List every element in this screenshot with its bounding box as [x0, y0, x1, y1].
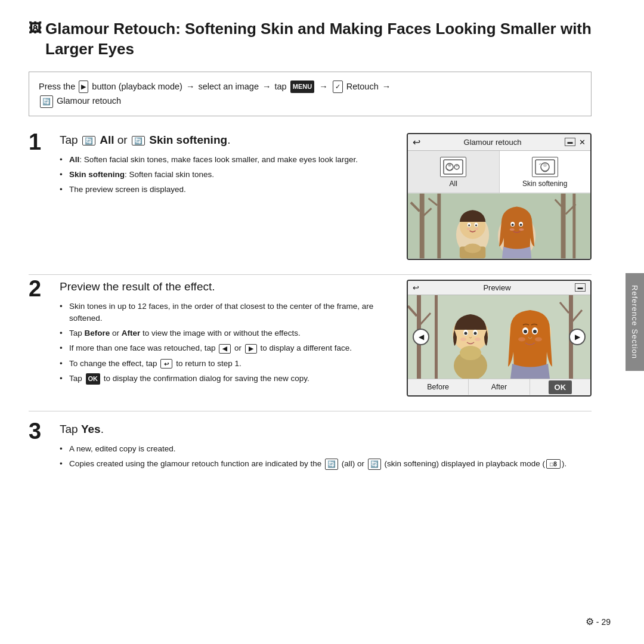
bullet-2-2: Tap Before or After to view the image wi…	[60, 327, 392, 339]
prev-btn-container: ◀	[413, 329, 429, 345]
screen1-container: ↩ Glamour retouch ▬ ✕	[407, 133, 592, 260]
after-button[interactable]: After	[469, 379, 530, 395]
svg-point-7	[543, 163, 547, 167]
arrow3: →	[319, 82, 330, 91]
bullet-3-1: A new, edited copy is created.	[60, 443, 592, 455]
preview-image-area: ◀ ▶	[408, 295, 590, 379]
screen2-battery-icon: ▬	[575, 283, 586, 292]
screen1-skin-option[interactable]: Skin softening	[500, 151, 591, 193]
glamour-retouch-screen: ↩ Glamour retouch ▬ ✕	[407, 133, 592, 260]
screen1-battery-icon: ▬	[565, 138, 575, 146]
all-icon: 🔄	[82, 136, 95, 145]
before-button[interactable]: Before	[408, 379, 469, 395]
svg-point-57	[533, 330, 537, 333]
preview-bottom-bar: Before After OK	[408, 379, 590, 395]
screen1-all-label: All	[450, 179, 457, 188]
svg-point-24	[467, 228, 470, 230]
step-1-content: Tap 🔄 All or 🔄 Skin softening. All: Soft…	[57, 133, 392, 199]
svg-point-59	[535, 337, 542, 341]
next-btn-container: ▶	[569, 329, 586, 345]
ok-inline-icon: OK	[86, 373, 101, 385]
instruction-tap: tap	[275, 82, 289, 91]
screen1-titlebar: ↩ Glamour retouch ▬ ✕	[408, 134, 590, 151]
screen1-options: All	[408, 151, 590, 193]
svg-point-33	[520, 224, 522, 226]
skin-option-icon	[532, 157, 558, 177]
prev-face-button[interactable]: ◀	[413, 329, 429, 345]
bullet-3-2: Copies created using the glamour retouch…	[60, 458, 592, 470]
step-2-content: Preview the result of the effect. Skin t…	[57, 280, 392, 388]
bullet-1-2: Skin softening: Soften facial skin tones…	[60, 169, 392, 181]
svg-point-52	[460, 346, 481, 360]
page-number: 29	[601, 617, 611, 627]
bullet-2-3: If more than one face was retouched, tap…	[60, 342, 392, 354]
all-option-icon	[440, 157, 466, 177]
menu-icon: MENU	[290, 80, 314, 93]
step-3-content: Tap Yes. A new, edited copy is created. …	[57, 422, 592, 473]
reference-section-tab: Reference Section	[626, 273, 644, 371]
screen1-back-icon: ↩	[413, 137, 420, 148]
ref-icon: □8	[546, 459, 561, 469]
screen1-close-icon: ✕	[579, 138, 586, 147]
bullet-2-1: Skin tones in up to 12 faces, in the ord…	[60, 301, 392, 325]
screen2-title: Preview	[483, 283, 510, 292]
arrow2: →	[262, 82, 274, 91]
svg-point-56	[524, 330, 527, 333]
screen1-title-icons: ▬ ✕	[565, 138, 586, 147]
prev-face-icon: ◀	[219, 344, 231, 354]
screen2-container: ↩ Preview ▬	[407, 280, 592, 397]
svg-point-49	[460, 338, 466, 341]
back-step-icon: ↩	[160, 359, 172, 369]
step-1-number: 1	[29, 131, 57, 153]
bullet-2-5: Tap OK to display the confirmation dialo…	[60, 373, 392, 385]
svg-point-35	[519, 228, 524, 231]
glamour-icon-inline: 🔄	[40, 95, 53, 108]
step-2-number: 2	[29, 277, 57, 300]
svg-point-25	[475, 228, 479, 230]
svg-point-58	[518, 337, 525, 341]
step-2-row: 2 Preview the result of the effect. Skin…	[29, 280, 592, 411]
screen1-all-option[interactable]: All	[408, 151, 500, 193]
svg-point-50	[475, 338, 481, 341]
ok-button[interactable]: OK	[530, 379, 590, 395]
playback-button-icon: ▶	[79, 80, 88, 93]
instruction-box: Press the ▶ button (playback mode) → sel…	[29, 72, 592, 116]
svg-point-4	[456, 165, 458, 167]
svg-rect-11	[561, 194, 566, 259]
screen1-title: Glamour retouch	[464, 138, 522, 147]
preview-screen: ↩ Preview ▬	[407, 280, 592, 397]
step-3-bullets: A new, edited copy is created. Copies cr…	[60, 443, 592, 470]
screen2-back-icon: ↩	[413, 283, 419, 292]
title-text: Glamour Retouch: Softening Skin and Maki…	[45, 19, 592, 60]
screen2-titlebar: ↩ Preview ▬	[408, 281, 590, 295]
instruction-select: select an image	[198, 82, 259, 91]
svg-point-32	[512, 224, 514, 226]
svg-point-23	[475, 224, 477, 226]
instruction-press: Press the	[39, 82, 78, 91]
step-3-number: 3	[29, 420, 57, 442]
all-copy-icon: 🔄	[325, 459, 338, 470]
page-number-separator: -	[596, 617, 599, 627]
instruction-glamour: Glamour retouch	[57, 96, 121, 106]
svg-point-34	[510, 228, 515, 231]
svg-rect-10	[437, 194, 441, 259]
step-1-bullets: All: Soften facial skin tones, make face…	[60, 154, 392, 196]
next-face-button[interactable]: ▶	[569, 329, 586, 345]
ok-label: OK	[549, 380, 572, 394]
instruction-mode: button (playback mode)	[92, 82, 185, 91]
next-face-icon: ▶	[245, 344, 257, 354]
svg-point-48	[474, 332, 477, 335]
bullet-1-3: The preview screen is displayed.	[60, 184, 392, 196]
svg-point-2	[448, 163, 451, 166]
svg-point-22	[468, 224, 470, 226]
bullet-1-1: All: Soften facial skin tones, make face…	[60, 154, 392, 166]
screen1-skin-label: Skin softening	[522, 179, 567, 188]
step-2-bullets: Skin tones in up to 12 faces, in the ord…	[60, 301, 392, 385]
step-1-heading: Tap 🔄 All or 🔄 Skin softening.	[60, 133, 392, 148]
skin-copy-icon: 🔄	[368, 459, 381, 470]
svg-rect-9	[420, 194, 425, 259]
retouch-icon: ✓	[333, 80, 343, 93]
step-3-heading: Tap Yes.	[60, 422, 592, 437]
step-3-row: 3 Tap Yes. A new, edited copy is created…	[29, 416, 592, 473]
page-number-area: ⚙ - 29	[586, 616, 611, 627]
